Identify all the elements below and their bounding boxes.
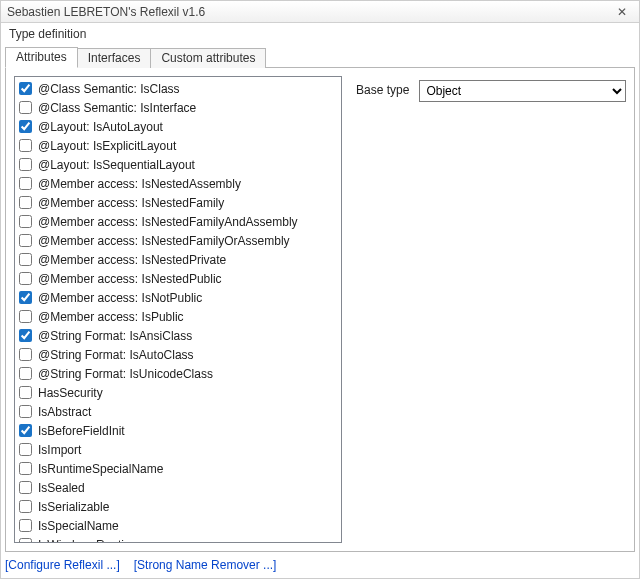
attribute-label: @Class Semantic: IsInterface xyxy=(38,101,196,115)
attribute-label: IsImport xyxy=(38,443,81,457)
attribute-label: IsSpecialName xyxy=(38,519,119,533)
attribute-checkbox[interactable] xyxy=(19,424,32,437)
attribute-checkbox[interactable] xyxy=(19,196,32,209)
attribute-row: @Layout: IsAutoLayout xyxy=(17,117,339,136)
window-title: Sebastien LEBRETON's Reflexil v1.6 xyxy=(7,5,611,19)
attribute-label: @Member access: IsNestedFamilyOrAssembly xyxy=(38,234,290,248)
attribute-label: IsAbstract xyxy=(38,405,91,419)
attribute-label: IsSerializable xyxy=(38,500,109,514)
attribute-label: @Class Semantic: IsClass xyxy=(38,82,180,96)
attribute-label: @Member access: IsNotPublic xyxy=(38,291,202,305)
attribute-row: @Member access: IsNestedPublic xyxy=(17,269,339,288)
attribute-label: @Member access: IsNestedPublic xyxy=(38,272,222,286)
attribute-label: @String Format: IsUnicodeClass xyxy=(38,367,213,381)
base-type-label: Base type xyxy=(356,80,409,97)
attribute-label: @Member access: IsNestedFamily xyxy=(38,196,224,210)
attribute-label: @Member access: IsNestedPrivate xyxy=(38,253,226,267)
attribute-row: @String Format: IsAnsiClass xyxy=(17,326,339,345)
attribute-checkbox[interactable] xyxy=(19,386,32,399)
attribute-checkbox[interactable] xyxy=(19,101,32,114)
attribute-label: IsBeforeFieldInit xyxy=(38,424,125,438)
attribute-checkbox[interactable] xyxy=(19,405,32,418)
attribute-label: @Member access: IsNestedFamilyAndAssembl… xyxy=(38,215,298,229)
attribute-label: @String Format: IsAutoClass xyxy=(38,348,194,362)
attribute-label: @String Format: IsAnsiClass xyxy=(38,329,192,343)
attribute-checkbox[interactable] xyxy=(19,139,32,152)
tabstrip: AttributesInterfacesCustom attributes xyxy=(1,45,639,67)
attribute-row: @Class Semantic: IsInterface xyxy=(17,98,339,117)
attribute-row: @Member access: IsNestedFamilyOrAssembly xyxy=(17,231,339,250)
attribute-checkbox[interactable] xyxy=(19,310,32,323)
attribute-row: IsWindowsRuntime xyxy=(17,535,339,543)
attribute-label: @Layout: IsAutoLayout xyxy=(38,120,163,134)
attribute-checkbox[interactable] xyxy=(19,177,32,190)
attribute-label: @Member access: IsNestedAssembly xyxy=(38,177,241,191)
attribute-checkbox[interactable] xyxy=(19,538,32,543)
attribute-checkbox[interactable] xyxy=(19,215,32,228)
attribute-row: @Member access: IsNestedPrivate xyxy=(17,250,339,269)
attribute-row: @String Format: IsAutoClass xyxy=(17,345,339,364)
tab-attributes[interactable]: Attributes xyxy=(5,47,78,68)
attribute-checkbox[interactable] xyxy=(19,291,32,304)
attribute-row: @Member access: IsNestedFamilyAndAssembl… xyxy=(17,212,339,231)
attribute-checkbox[interactable] xyxy=(19,120,32,133)
attribute-checkbox[interactable] xyxy=(19,481,32,494)
attribute-row: HasSecurity xyxy=(17,383,339,402)
attribute-checkbox[interactable] xyxy=(19,348,32,361)
window: Sebastien LEBRETON's Reflexil v1.6 ✕ Typ… xyxy=(0,0,640,579)
tab-content-attributes: @Class Semantic: IsClass@Class Semantic:… xyxy=(5,67,635,552)
attribute-checkbox[interactable] xyxy=(19,462,32,475)
attributes-listbox[interactable]: @Class Semantic: IsClass@Class Semantic:… xyxy=(14,76,342,543)
attribute-checkbox[interactable] xyxy=(19,82,32,95)
attribute-row: IsRuntimeSpecialName xyxy=(17,459,339,478)
attribute-row: IsSealed xyxy=(17,478,339,497)
base-type-panel: Base type Object xyxy=(356,76,626,543)
attribute-label: @Member access: IsPublic xyxy=(38,310,184,324)
attribute-checkbox[interactable] xyxy=(19,443,32,456)
tab-interfaces[interactable]: Interfaces xyxy=(77,48,152,68)
attribute-row: @String Format: IsUnicodeClass xyxy=(17,364,339,383)
close-icon: ✕ xyxy=(617,5,627,19)
attribute-row: IsAbstract xyxy=(17,402,339,421)
attribute-checkbox[interactable] xyxy=(19,272,32,285)
attribute-checkbox[interactable] xyxy=(19,234,32,247)
attribute-row: @Member access: IsNotPublic xyxy=(17,288,339,307)
attribute-row: IsSerializable xyxy=(17,497,339,516)
attribute-row: IsSpecialName xyxy=(17,516,339,535)
attribute-label: @Layout: IsExplicitLayout xyxy=(38,139,176,153)
attribute-label: IsWindowsRuntime xyxy=(38,538,141,544)
base-type-select[interactable]: Object xyxy=(419,80,626,102)
footer-links: [Configure Reflexil ...] [Strong Name Re… xyxy=(1,552,639,578)
attribute-label: @Layout: IsSequentialLayout xyxy=(38,158,195,172)
attribute-checkbox[interactable] xyxy=(19,519,32,532)
attribute-label: IsRuntimeSpecialName xyxy=(38,462,163,476)
configure-reflexil-link[interactable]: [Configure Reflexil ...] xyxy=(5,558,120,572)
strong-name-remover-link[interactable]: [Strong Name Remover ...] xyxy=(134,558,277,572)
attribute-row: @Class Semantic: IsClass xyxy=(17,79,339,98)
attribute-checkbox[interactable] xyxy=(19,253,32,266)
tab-custom-attributes[interactable]: Custom attributes xyxy=(150,48,266,68)
attribute-row: @Member access: IsNestedAssembly xyxy=(17,174,339,193)
attribute-row: IsBeforeFieldInit xyxy=(17,421,339,440)
attribute-row: IsImport xyxy=(17,440,339,459)
page-title: Type definition xyxy=(1,23,639,45)
attribute-checkbox[interactable] xyxy=(19,367,32,380)
attribute-checkbox[interactable] xyxy=(19,500,32,513)
attribute-label: HasSecurity xyxy=(38,386,103,400)
attribute-row: @Layout: IsExplicitLayout xyxy=(17,136,339,155)
attribute-checkbox[interactable] xyxy=(19,158,32,171)
attribute-checkbox[interactable] xyxy=(19,329,32,342)
attribute-row: @Member access: IsNestedFamily xyxy=(17,193,339,212)
attribute-row: @Layout: IsSequentialLayout xyxy=(17,155,339,174)
attribute-label: IsSealed xyxy=(38,481,85,495)
attribute-row: @Member access: IsPublic xyxy=(17,307,339,326)
titlebar: Sebastien LEBRETON's Reflexil v1.6 ✕ xyxy=(1,1,639,23)
close-button[interactable]: ✕ xyxy=(611,3,633,21)
